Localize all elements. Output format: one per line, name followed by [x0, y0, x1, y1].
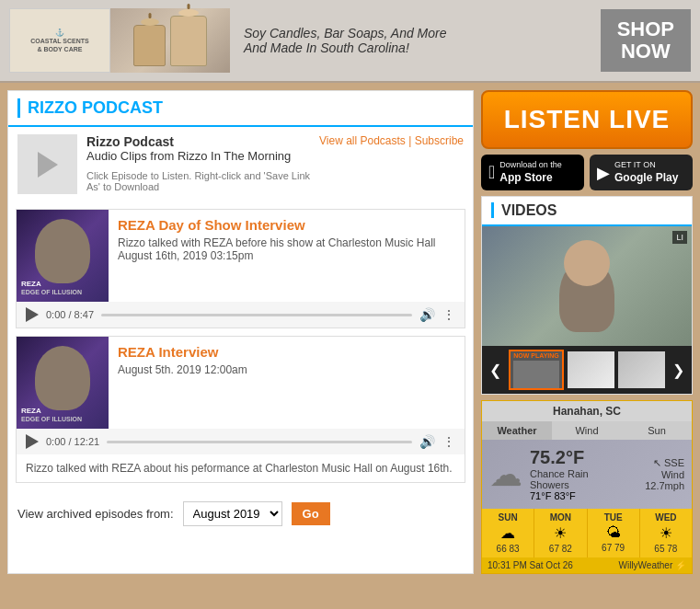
weather-day-wed-temps: 65 78 [642, 544, 690, 554]
weather-days: SUN ☁ 66 83 MON ☀ 67 82 TUE 🌤 [482, 509, 692, 557]
view-all-link[interactable]: View all Podcasts [319, 134, 406, 147]
episode-2-progress-bar[interactable] [107, 441, 412, 443]
video-main[interactable]: LI [482, 226, 692, 346]
episode-2-image: REZAEDGE OF ILLUSION [17, 337, 109, 429]
episode-1-time: 0:00 / 8:47 [46, 309, 94, 320]
videos-header: VIDEOS [491, 202, 557, 218]
episode-1-top: REZAEDGE OF ILLUSION REZA Day of Show In… [17, 210, 465, 302]
weather-current-info: 75.2°F Chance Rain Showers 71°F 83°F [530, 447, 624, 501]
episode-card-1: REZAEDGE OF ILLUSION REZA Day of Show In… [16, 209, 465, 328]
podcast-title: RIZZO PODCAST [17, 98, 163, 118]
weather-source: WillyWeather ⚡ [619, 560, 687, 570]
podcast-description: Audio Clips from Rizzo In The Morning [86, 149, 291, 163]
app-store-button[interactable]:  Download on the App Store [481, 155, 584, 190]
weather-day-tue-temps: 67 79 [590, 543, 637, 553]
podcast-thumbnail [17, 134, 77, 194]
store-buttons:  Download on the App Store ▶ GET IT ON … [481, 155, 693, 190]
weather-current-icon: ☁ [489, 455, 522, 494]
episode-1-more-icon[interactable]: ⋮ [442, 307, 455, 322]
episode-2-desc: Rizzo talked with REZA about his peforma… [17, 454, 465, 482]
video-now-playing-thumb[interactable]: NOW PLAYING [509, 350, 564, 390]
apple-icon:  [488, 162, 495, 183]
episode-1-title[interactable]: REZA Day of Show Interview [118, 217, 455, 233]
go-button[interactable]: Go [292, 502, 330, 525]
app-store-text: Download on the App Store [499, 160, 562, 185]
banner-shop-button[interactable]: SHOP NOW [601, 9, 691, 72]
podcast-header: RIZZO PODCAST [8, 91, 473, 127]
weather-temp: 75.2°F [530, 447, 624, 468]
banner-tagline: Soy Candles, Bar Soaps, And More And Mad… [230, 26, 601, 55]
episode-card-2: REZAEDGE OF ILLUSION REZA Interview Augu… [16, 336, 465, 483]
main-layout: RIZZO PODCAST Rizzo Podcast Audio Clips … [0, 83, 700, 581]
video-prev-button[interactable]: ❮ [486, 362, 505, 379]
video-thumb-3[interactable] [618, 351, 665, 388]
right-column: LISTEN LIVE  Download on the App Store … [481, 90, 693, 574]
episode-1-progress-bar[interactable] [101, 314, 412, 316]
weather-wind-speed: 12.7mph [631, 480, 684, 491]
weather-day-mon-temps: 67 82 [536, 544, 584, 554]
listen-live-button[interactable]: LISTEN LIVE [481, 90, 693, 149]
weather-source-icon: ⚡ [675, 560, 686, 570]
now-playing-label: NOW PLAYING [513, 352, 559, 359]
weather-tab-weather[interactable]: Weather [482, 421, 552, 440]
episode-2-more-icon[interactable]: ⋮ [442, 434, 455, 449]
episode-2-image-text: REZAEDGE OF ILLUSION [21, 407, 82, 424]
episode-2-play-button[interactable] [26, 434, 39, 449]
episode-1-image-text: REZAEDGE OF ILLUSION [21, 280, 82, 297]
left-column: RIZZO PODCAST Rizzo Podcast Audio Clips … [7, 90, 474, 574]
episode-1-date: Rizzo talked with REZA before his show a… [118, 236, 455, 262]
google-play-text: GET IT ON Google Play [614, 160, 678, 185]
episode-2-player: 0:00 / 12:21 🔊 ⋮ [17, 429, 465, 454]
episode-2-time: 0:00 / 12:21 [46, 436, 99, 447]
weather-location: Hanahan, SC [482, 401, 692, 421]
videos-section: VIDEOS LI ❮ NOW PLAYING [481, 196, 693, 395]
podcast-info: Rizzo Podcast Audio Clips from Rizzo In … [17, 134, 319, 194]
video-person-image [482, 226, 692, 346]
episode-2-top: REZAEDGE OF ILLUSION REZA Interview Augu… [17, 337, 465, 429]
weather-day-mon: MON ☀ 67 82 [534, 509, 587, 557]
weather-hi-lo: 71°F 83°F [530, 490, 624, 501]
top-banner: ⚓COASTAL SCENTS & BODY CARE Soy Candles,… [0, 0, 700, 83]
podcast-meta: Rizzo Podcast Audio Clips from Rizzo In … [86, 134, 319, 194]
weather-condition: Chance Rain Showers [530, 468, 624, 490]
weather-time: 10:31 PM Sat Oct 26 [488, 560, 573, 570]
podcast-subheader: Rizzo Podcast Audio Clips from Rizzo In … [8, 127, 473, 201]
weather-day-sun: SUN ☁ 66 83 [482, 509, 534, 557]
episode-1-body: REZA Day of Show Interview Rizzo talked … [109, 210, 465, 302]
episode-1-image: REZAEDGE OF ILLUSION [17, 210, 109, 302]
episode-1-date-text: August 16th, 2019 03:15pm [118, 249, 253, 262]
podcast-click-hint: Click Episode to Listen. Right-click and… [86, 170, 319, 192]
archive-select[interactable]: August 2019 [183, 501, 282, 526]
episode-2-body: REZA Interview August 5th. 2019 12:00am [109, 337, 465, 429]
weather-day-wed: WED ☀ 65 78 [640, 509, 692, 557]
weather-day-tue: TUE 🌤 67 79 [588, 509, 640, 557]
weather-footer: 10:31 PM Sat Oct 26 WillyWeather ⚡ [482, 557, 692, 573]
banner-logo-text: COASTAL SCENTS & BODY CARE [30, 38, 89, 52]
banner-candle-image [110, 8, 230, 73]
episode-2-title[interactable]: REZA Interview [118, 344, 455, 360]
episode-1-player: 0:00 / 8:47 🔊 ⋮ [17, 302, 465, 327]
weather-wind-dir: ↖ SSE Wind [631, 457, 684, 480]
weather-current: ☁ 75.2°F Chance Rain Showers 71°F 83°F ↖… [482, 440, 692, 509]
android-icon: ▶ [597, 163, 610, 183]
subscribe-link[interactable]: Subscribe [415, 134, 464, 147]
podcast-name: Rizzo Podcast [86, 134, 319, 149]
weather-widget: Hanahan, SC Weather Wind Sun ☁ 75.2°F Ch… [481, 400, 693, 574]
weather-tabs: Weather Wind Sun [482, 421, 692, 440]
weather-tab-sun[interactable]: Sun [622, 421, 692, 440]
weather-day-sun-temps: 66 83 [484, 544, 532, 554]
podcast-links: View all Podcasts | Subscribe [319, 134, 464, 147]
video-live-label: LI [672, 231, 687, 244]
episode-2-volume-icon[interactable]: 🔊 [419, 434, 435, 449]
video-next-button[interactable]: ❯ [669, 362, 688, 379]
episode-1-play-button[interactable] [26, 307, 39, 322]
banner-logo: ⚓COASTAL SCENTS & BODY CARE [9, 8, 110, 73]
google-play-button[interactable]: ▶ GET IT ON Google Play [590, 155, 693, 190]
weather-wind-info: ↖ SSE Wind 12.7mph [631, 457, 684, 491]
play-icon [38, 152, 58, 178]
weather-tab-wind[interactable]: Wind [552, 421, 622, 440]
episode-1-volume-icon[interactable]: 🔊 [419, 307, 435, 322]
video-thumb-2[interactable] [568, 351, 614, 388]
archive-row: View archived episodes from: August 2019… [8, 490, 473, 537]
episode-2-date: August 5th. 2019 12:00am [118, 363, 455, 376]
